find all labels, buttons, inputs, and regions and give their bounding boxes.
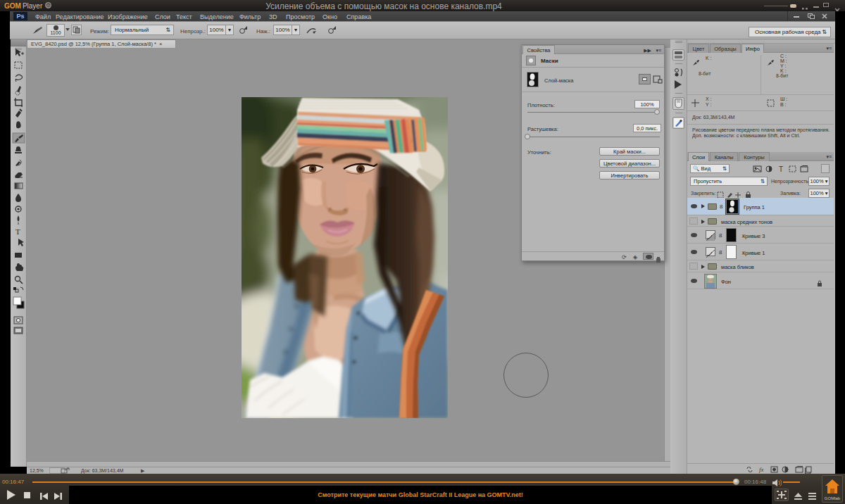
svg-text:T: T	[779, 165, 783, 173]
svg-text:T: T	[15, 227, 20, 236]
svg-text:fx: fx	[759, 466, 764, 473]
svg-text:GOMlab: GOMlab	[825, 496, 841, 500]
